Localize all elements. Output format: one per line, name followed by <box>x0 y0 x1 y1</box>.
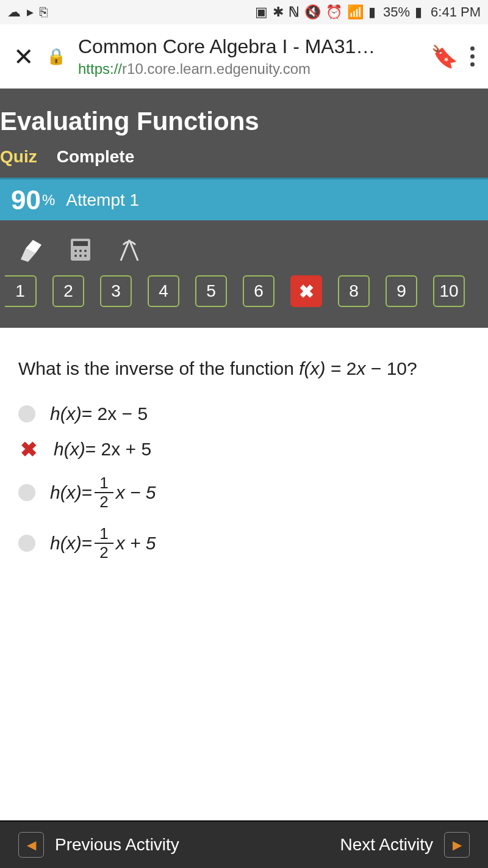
compass-icon[interactable] <box>113 235 145 264</box>
close-icon[interactable]: ✕ <box>13 43 34 71</box>
radio-unselected-icon <box>18 484 35 501</box>
arrow-left-icon: ◀ <box>18 832 44 858</box>
answer-option-1[interactable]: h(x) = 2x − 5 <box>18 403 470 424</box>
svg-point-5 <box>79 250 82 252</box>
percent-sign: % <box>42 192 55 209</box>
app-icon: ⎘ <box>40 4 48 20</box>
youtube-icon: ▸ <box>27 4 34 20</box>
battery-saver-icon: ▣ <box>255 4 268 20</box>
mute-icon: 🔇 <box>304 4 321 20</box>
battery-percent: 35% <box>383 4 410 20</box>
question-nav-4[interactable]: 4 <box>148 275 179 307</box>
bottom-nav: ◀ Previous Activity Next Activity ▶ <box>0 820 488 868</box>
question-nav-9[interactable]: 9 <box>386 275 417 307</box>
question-nav-1[interactable]: 1 <box>5 275 37 307</box>
question-nav-5[interactable]: 5 <box>195 275 227 307</box>
status-bar: ☁ ▸ ⎘ ▣ ✱ ℕ 🔇 ⏰ 📶 ▮ 35% ▮ 6:41 PM <box>0 0 488 24</box>
radio-unselected-icon <box>18 405 35 422</box>
previous-activity-button[interactable]: ◀ Previous Activity <box>18 832 179 858</box>
wifi-icon: 📶 <box>347 4 364 20</box>
soundcloud-icon: ☁ <box>7 4 21 20</box>
question-nav-3[interactable]: 3 <box>100 275 132 307</box>
wrong-x-icon: ✖ <box>299 281 314 302</box>
answer-option-4[interactable]: h(x) = 12 x + 5 <box>18 525 470 561</box>
question-nav-2[interactable]: 2 <box>52 275 84 307</box>
attempt-label: Attempt 1 <box>66 190 139 210</box>
svg-point-9 <box>84 255 87 257</box>
svg-point-7 <box>74 255 77 257</box>
question-nav-6[interactable]: 6 <box>243 275 274 307</box>
radio-unselected-icon <box>18 535 35 552</box>
complete-label: Complete <box>57 147 135 167</box>
lesson-header: Evaluating Functions Quiz Complete <box>0 89 488 178</box>
score-bar: 90% Attempt 1 <box>0 178 488 220</box>
arrow-right-icon: ▶ <box>444 832 470 858</box>
answer-option-3[interactable]: h(x) = 12 x − 5 <box>18 474 470 510</box>
signal-icon: ▮ <box>368 4 376 20</box>
score-value: 90 <box>11 185 41 215</box>
menu-icon[interactable] <box>470 46 475 67</box>
question-text: What is the inverse of the function f(x)… <box>18 358 470 379</box>
wrong-mark-icon: ✖ <box>18 439 39 460</box>
clock-time: 6:41 PM <box>431 4 481 20</box>
battery-icon: ▮ <box>415 4 422 20</box>
alarm-icon: ⏰ <box>326 4 342 20</box>
question-nav-7[interactable]: ✖ <box>290 275 322 307</box>
svg-point-6 <box>84 250 87 252</box>
lesson-title: Evaluating Functions <box>0 107 488 147</box>
page-url: https://r10.core.learn.edgenuity.com <box>78 60 418 78</box>
quiz-label: Quiz <box>0 147 37 167</box>
lock-icon: 🔒 <box>46 47 66 66</box>
nfc-icon: ℕ <box>289 4 300 20</box>
calculator-icon[interactable] <box>65 235 96 264</box>
bluetooth-icon: ✱ <box>273 4 284 20</box>
question-nav-10[interactable]: 10 <box>433 275 465 307</box>
svg-point-4 <box>74 250 77 252</box>
svg-rect-3 <box>73 241 88 246</box>
svg-point-8 <box>79 255 82 257</box>
highlighter-icon[interactable] <box>16 235 48 264</box>
answer-option-2[interactable]: ✖ h(x) = 2x + 5 <box>18 439 470 460</box>
page-title: Common Core Algebra I - MA31… <box>78 35 418 58</box>
next-activity-button[interactable]: Next Activity ▶ <box>340 832 470 858</box>
question-nav: 123456✖8910 <box>0 275 488 307</box>
question-area: What is the inverse of the function f(x)… <box>0 328 488 579</box>
toolbar-strip: 123456✖8910 <box>0 220 488 328</box>
question-nav-8[interactable]: 8 <box>338 275 370 307</box>
browser-bar: ✕ 🔒 Common Core Algebra I - MA31… https:… <box>0 24 488 89</box>
bookmark-icon[interactable]: 🔖 <box>431 44 458 70</box>
